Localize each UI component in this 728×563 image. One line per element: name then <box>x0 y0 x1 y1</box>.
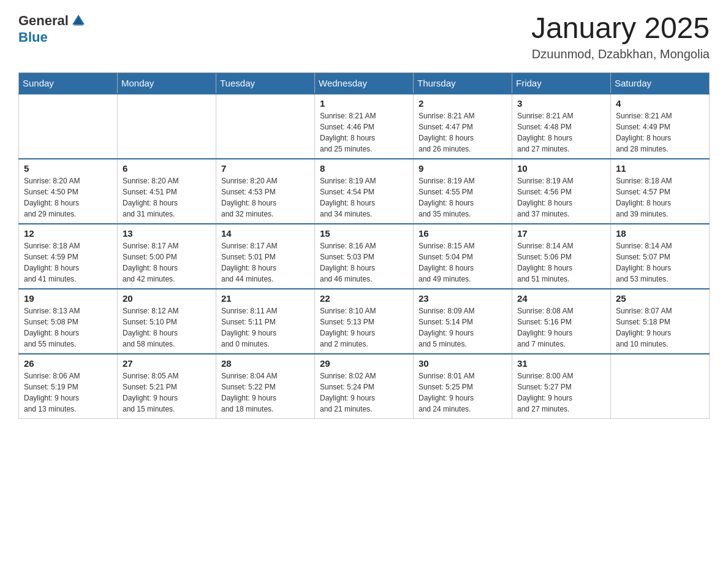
day-info: Sunrise: 8:17 AMSunset: 5:01 PMDaylight:… <box>221 240 309 285</box>
calendar-cell: 13Sunrise: 8:17 AMSunset: 5:00 PMDayligh… <box>118 224 216 289</box>
calendar-cell: 29Sunrise: 8:02 AMSunset: 5:24 PMDayligh… <box>315 354 414 419</box>
calendar-cell: 27Sunrise: 8:05 AMSunset: 5:21 PMDayligh… <box>118 354 216 419</box>
calendar-cell: 23Sunrise: 8:09 AMSunset: 5:14 PMDayligh… <box>414 289 512 354</box>
day-info: Sunrise: 8:14 AMSunset: 5:06 PMDaylight:… <box>517 240 605 285</box>
day-info: Sunrise: 8:06 AMSunset: 5:19 PMDaylight:… <box>24 370 112 415</box>
day-number: 18 <box>616 228 704 239</box>
header-sunday: Sunday <box>19 72 118 94</box>
calendar-cell <box>19 94 118 159</box>
calendar-cell: 16Sunrise: 8:15 AMSunset: 5:04 PMDayligh… <box>414 224 512 289</box>
calendar-cell: 1Sunrise: 8:21 AMSunset: 4:46 PMDaylight… <box>315 94 414 159</box>
day-info: Sunrise: 8:12 AMSunset: 5:10 PMDaylight:… <box>123 305 211 350</box>
calendar-header-row: Sunday Monday Tuesday Wednesday Thursday… <box>19 72 710 94</box>
day-info: Sunrise: 8:19 AMSunset: 4:56 PMDaylight:… <box>517 175 605 220</box>
calendar-cell: 9Sunrise: 8:19 AMSunset: 4:55 PMDaylight… <box>414 159 512 224</box>
day-number: 31 <box>517 358 605 369</box>
day-info: Sunrise: 8:21 AMSunset: 4:48 PMDaylight:… <box>517 110 605 155</box>
calendar-cell: 22Sunrise: 8:10 AMSunset: 5:13 PMDayligh… <box>315 289 414 354</box>
day-info: Sunrise: 8:21 AMSunset: 4:49 PMDaylight:… <box>616 110 704 155</box>
day-info: Sunrise: 8:08 AMSunset: 5:16 PMDaylight:… <box>517 305 605 350</box>
day-info: Sunrise: 8:17 AMSunset: 5:00 PMDaylight:… <box>123 240 211 285</box>
day-number: 13 <box>123 228 211 239</box>
logo-general-text: General <box>18 13 69 29</box>
day-number: 10 <box>517 163 605 174</box>
day-number: 14 <box>221 228 309 239</box>
week-row-3: 19Sunrise: 8:13 AMSunset: 5:08 PMDayligh… <box>19 289 710 354</box>
logo-blue-text: Blue <box>18 29 48 45</box>
day-info: Sunrise: 8:01 AMSunset: 5:25 PMDaylight:… <box>419 370 507 415</box>
header-wednesday: Wednesday <box>315 72 414 94</box>
day-number: 7 <box>221 163 309 174</box>
day-number: 15 <box>320 228 408 239</box>
day-info: Sunrise: 8:18 AMSunset: 4:59 PMDaylight:… <box>24 240 112 285</box>
week-row-2: 12Sunrise: 8:18 AMSunset: 4:59 PMDayligh… <box>19 224 710 289</box>
day-number: 29 <box>320 358 408 369</box>
day-info: Sunrise: 8:20 AMSunset: 4:50 PMDaylight:… <box>24 175 112 220</box>
day-number: 25 <box>616 293 704 304</box>
day-info: Sunrise: 8:13 AMSunset: 5:08 PMDaylight:… <box>24 305 112 350</box>
calendar-cell: 20Sunrise: 8:12 AMSunset: 5:10 PMDayligh… <box>118 289 216 354</box>
day-number: 5 <box>24 163 112 174</box>
calendar-cell: 11Sunrise: 8:18 AMSunset: 4:57 PMDayligh… <box>611 159 710 224</box>
header-friday: Friday <box>512 72 611 94</box>
calendar-cell: 25Sunrise: 8:07 AMSunset: 5:18 PMDayligh… <box>611 289 710 354</box>
calendar-cell: 3Sunrise: 8:21 AMSunset: 4:48 PMDaylight… <box>512 94 611 159</box>
day-info: Sunrise: 8:05 AMSunset: 5:21 PMDaylight:… <box>123 370 211 415</box>
day-number: 27 <box>123 358 211 369</box>
day-number: 6 <box>123 163 211 174</box>
calendar-cell: 10Sunrise: 8:19 AMSunset: 4:56 PMDayligh… <box>512 159 611 224</box>
day-info: Sunrise: 8:20 AMSunset: 4:53 PMDaylight:… <box>221 175 309 220</box>
day-number: 9 <box>419 163 507 174</box>
day-number: 4 <box>616 98 704 109</box>
calendar-cell <box>611 354 710 419</box>
calendar-cell: 14Sunrise: 8:17 AMSunset: 5:01 PMDayligh… <box>216 224 315 289</box>
day-info: Sunrise: 8:14 AMSunset: 5:07 PMDaylight:… <box>616 240 704 285</box>
day-number: 2 <box>419 98 507 109</box>
calendar-cell: 8Sunrise: 8:19 AMSunset: 4:54 PMDaylight… <box>315 159 414 224</box>
day-info: Sunrise: 8:15 AMSunset: 5:04 PMDaylight:… <box>419 240 507 285</box>
logo-icon <box>70 12 87 29</box>
day-number: 30 <box>419 358 507 369</box>
day-info: Sunrise: 8:19 AMSunset: 4:55 PMDaylight:… <box>419 175 507 220</box>
calendar-cell: 30Sunrise: 8:01 AMSunset: 5:25 PMDayligh… <box>414 354 512 419</box>
calendar-cell: 31Sunrise: 8:00 AMSunset: 5:27 PMDayligh… <box>512 354 611 419</box>
header-monday: Monday <box>118 72 216 94</box>
day-info: Sunrise: 8:02 AMSunset: 5:24 PMDaylight:… <box>320 370 408 415</box>
day-info: Sunrise: 8:11 AMSunset: 5:11 PMDaylight:… <box>221 305 309 350</box>
calendar-cell: 4Sunrise: 8:21 AMSunset: 4:49 PMDaylight… <box>611 94 710 159</box>
day-number: 16 <box>419 228 507 239</box>
day-number: 21 <box>221 293 309 304</box>
calendar-cell: 2Sunrise: 8:21 AMSunset: 4:47 PMDaylight… <box>414 94 512 159</box>
day-number: 3 <box>517 98 605 109</box>
title-section: January 2025 Dzuunmod, Dzabkhan, Mongoli… <box>531 12 710 61</box>
calendar-cell: 7Sunrise: 8:20 AMSunset: 4:53 PMDaylight… <box>216 159 315 224</box>
day-number: 19 <box>24 293 112 304</box>
day-number: 1 <box>320 98 408 109</box>
day-info: Sunrise: 8:19 AMSunset: 4:54 PMDaylight:… <box>320 175 408 220</box>
header-saturday: Saturday <box>611 72 710 94</box>
location-subtitle: Dzuunmod, Dzabkhan, Mongolia <box>531 47 710 61</box>
calendar-cell <box>118 94 216 159</box>
day-number: 22 <box>320 293 408 304</box>
day-number: 11 <box>616 163 704 174</box>
day-number: 20 <box>123 293 211 304</box>
day-info: Sunrise: 8:07 AMSunset: 5:18 PMDaylight:… <box>616 305 704 350</box>
day-info: Sunrise: 8:18 AMSunset: 4:57 PMDaylight:… <box>616 175 704 220</box>
calendar-cell <box>216 94 315 159</box>
day-info: Sunrise: 8:21 AMSunset: 4:47 PMDaylight:… <box>419 110 507 155</box>
week-row-0: 1Sunrise: 8:21 AMSunset: 4:46 PMDaylight… <box>19 94 710 159</box>
day-number: 8 <box>320 163 408 174</box>
day-number: 24 <box>517 293 605 304</box>
day-number: 23 <box>419 293 507 304</box>
day-info: Sunrise: 8:20 AMSunset: 4:51 PMDaylight:… <box>123 175 211 220</box>
day-info: Sunrise: 8:21 AMSunset: 4:46 PMDaylight:… <box>320 110 408 155</box>
calendar-cell: 17Sunrise: 8:14 AMSunset: 5:06 PMDayligh… <box>512 224 611 289</box>
page-header: General Blue January 2025 Dzuunmod, Dzab… <box>18 12 710 61</box>
day-info: Sunrise: 8:16 AMSunset: 5:03 PMDaylight:… <box>320 240 408 285</box>
calendar-cell: 28Sunrise: 8:04 AMSunset: 5:22 PMDayligh… <box>216 354 315 419</box>
calendar-cell: 18Sunrise: 8:14 AMSunset: 5:07 PMDayligh… <box>611 224 710 289</box>
day-info: Sunrise: 8:10 AMSunset: 5:13 PMDaylight:… <box>320 305 408 350</box>
month-title: January 2025 <box>531 12 710 45</box>
calendar-cell: 15Sunrise: 8:16 AMSunset: 5:03 PMDayligh… <box>315 224 414 289</box>
day-number: 17 <box>517 228 605 239</box>
